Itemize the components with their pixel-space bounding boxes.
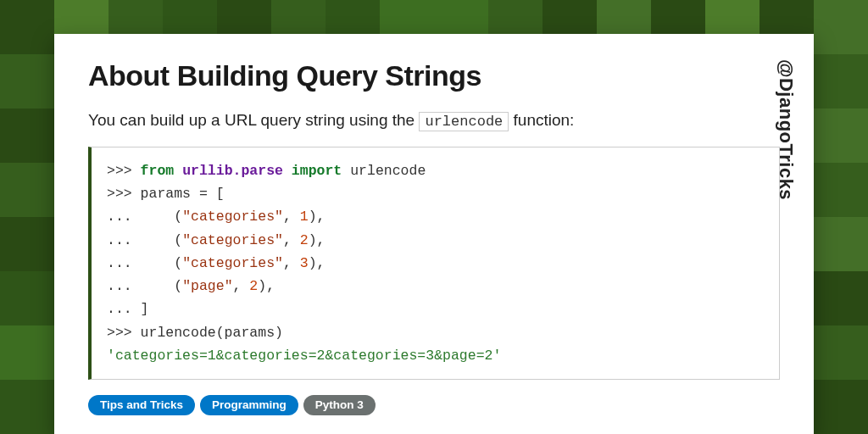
code-text: ), [309,209,326,225]
code-output: 'categories=1&categories=2&categories=3&… [107,348,501,364]
code-text: urlencode [342,163,426,179]
code-line: >>> urlencode(params) [107,325,283,341]
code-text: ), [309,255,326,271]
intro-text: You can build up a URL query string usin… [88,111,780,130]
author-handle: @DjangoTricks [775,59,797,200]
inline-code-urlencode: urlencode [419,112,509,131]
code-text: ), [258,278,275,294]
code-number: 3 [300,255,309,271]
code-string: "page" [182,278,232,294]
code-string: "categories" [182,255,283,271]
code-example: >>> from urllib.parse import urlencode >… [88,147,780,380]
code-prompt: >>> [107,163,141,179]
code-number: 2 [300,232,309,248]
code-text: , [283,255,300,271]
tag-python-3[interactable]: Python 3 [303,395,376,415]
code-line: >>> params = [ [107,186,225,202]
code-keyword: import [292,163,342,179]
tag-programming[interactable]: Programming [200,395,298,415]
code-text: , [283,209,300,225]
page-title: About Building Query Strings [88,59,780,92]
content-card: @DjangoTricks About Building Query Strin… [54,34,814,434]
code-number: 2 [249,278,258,294]
code-line: ... ] [107,301,149,317]
code-text: ), [309,232,326,248]
code-text: , [233,278,250,294]
code-text: ... ( [107,209,182,225]
code-text: ... ( [107,255,182,271]
code-text: ... ( [107,278,182,294]
intro-before: You can build up a URL query string usin… [88,111,419,129]
code-module: urllib.parse [182,163,283,179]
code-string: "categories" [182,209,283,225]
code-string: "categories" [182,232,283,248]
tag-list: Tips and TricksProgrammingPython 3 [88,395,780,415]
intro-after: function: [509,111,574,129]
tag-tips-and-tricks[interactable]: Tips and Tricks [88,395,195,415]
code-keyword: from [141,163,175,179]
code-text: , [283,232,300,248]
code-text: ... ( [107,232,182,248]
code-number: 1 [300,209,309,225]
